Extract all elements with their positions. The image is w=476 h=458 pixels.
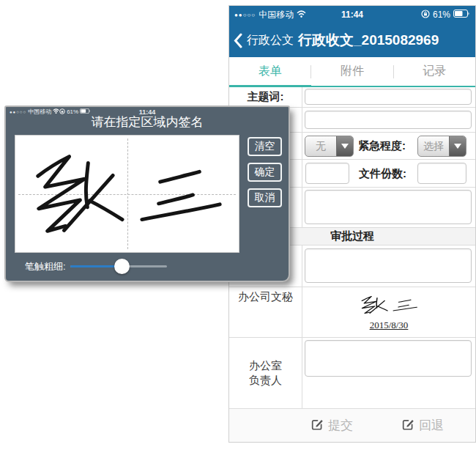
dropdown-arrow-icon: [336, 136, 353, 156]
bottom-toolbar: 提交 回退: [229, 408, 475, 442]
stroke-width-label: 笔触粗细:: [25, 260, 66, 273]
stroke-slider[interactable]: [70, 259, 167, 274]
form-row-subject: 主题词:: [229, 87, 475, 108]
secretary-label: 办公司文秘: [229, 287, 302, 337]
copies-label: 文件份数:: [359, 167, 406, 181]
rotation-lock-icon: [421, 10, 430, 21]
note-textarea[interactable]: [305, 190, 472, 224]
dialog-title: 请在指定区域内签名: [6, 114, 289, 130]
copies-input[interactable]: [417, 163, 466, 184]
urgency-none-dropdown[interactable]: 无: [305, 136, 354, 157]
edit-icon: [311, 418, 324, 434]
page-title: 行政收文_2015082969: [298, 31, 439, 50]
tab-bar: 表单 附件 记录: [229, 57, 475, 87]
signature-date: 2015/8/30: [370, 320, 409, 331]
nav-bar: 行政公文 行政收文_2015082969: [229, 23, 475, 57]
clear-button[interactable]: 清空: [248, 137, 282, 156]
manager-textarea[interactable]: [305, 340, 472, 377]
signal-dots: ●●○○○: [234, 12, 256, 18]
dropdown-arrow-icon: [449, 136, 466, 156]
cancel-button[interactable]: 取消: [248, 188, 282, 207]
dialog-button-group: 清空 确定 取消: [248, 137, 282, 207]
urgency-select-dropdown[interactable]: 选择: [417, 136, 466, 157]
signature-ink: [15, 136, 239, 252]
manager-label: 办公室 负责人: [229, 338, 302, 408]
battery-icon: [453, 10, 470, 20]
carrier-label: 中国移动: [259, 9, 294, 21]
clock: 11:44: [341, 10, 363, 20]
tab-form[interactable]: 表单: [229, 64, 310, 79]
return-button[interactable]: 回退: [402, 409, 444, 442]
wifi-icon: [297, 10, 306, 20]
secretary-signature-image: [355, 292, 423, 318]
tab-attachments[interactable]: 附件: [311, 64, 393, 79]
confirm-button[interactable]: 确定: [248, 163, 282, 182]
form-row-manager: 办公室 负责人: [229, 338, 475, 409]
submit-button[interactable]: 提交: [311, 409, 353, 442]
status-bar: ●●○○○ 中国移动 11:44 61%: [229, 6, 475, 23]
back-button[interactable]: 行政公文: [247, 33, 294, 48]
subject-input[interactable]: [305, 89, 472, 105]
signature-dialog: ●●○○○ 中国移动 11:44 61% 请在指定区域内签名 清空 确定 取消: [4, 106, 290, 282]
approval-textarea[interactable]: [305, 248, 472, 283]
tab-records[interactable]: 记录: [394, 64, 475, 79]
form-row-secretary: 办公司文秘 2015/8/30: [229, 287, 475, 338]
text-input[interactable]: [305, 111, 472, 129]
battery-percent: 61%: [433, 10, 450, 20]
active-tab-indicator: [229, 85, 311, 87]
back-chevron-icon[interactable]: [234, 33, 242, 48]
small-input[interactable]: [305, 163, 349, 184]
stroke-slider-thumb[interactable]: [114, 259, 130, 274]
stroke-width-row: 笔触粗细:: [25, 259, 167, 274]
page: { "doc_app": { "status": { "signal_dots"…: [0, 0, 476, 458]
subject-label: 主题词:: [229, 87, 302, 107]
urgency-label: 紧急程度:: [358, 139, 406, 153]
signature-canvas[interactable]: [15, 135, 239, 253]
edit-icon: [402, 418, 414, 434]
